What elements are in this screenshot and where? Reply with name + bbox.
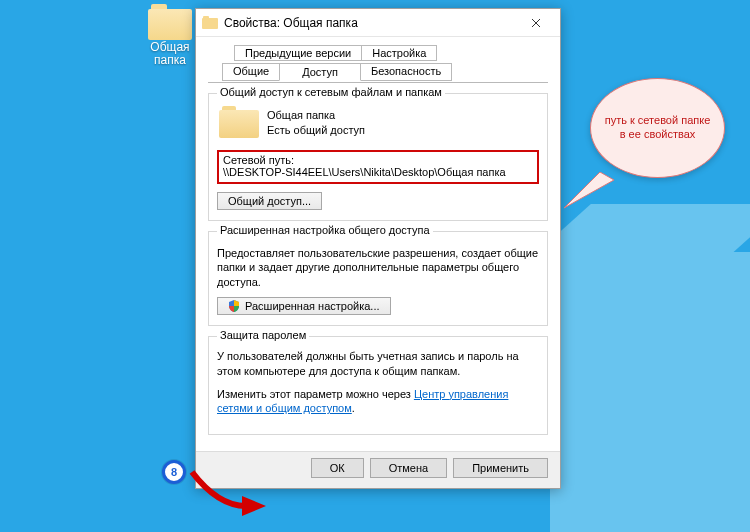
apply-button[interactable]: Применить	[453, 458, 548, 478]
arrow-annotation	[188, 466, 268, 518]
network-path-highlight: Сетевой путь: \\DESKTOP-SI44EEL\Users\Ni…	[217, 150, 539, 184]
advanced-description: Предоставляет пользовательские разрешени…	[217, 246, 539, 289]
advanced-sharing-button[interactable]: Расширенная настройка...	[217, 297, 391, 315]
folder-icon	[202, 15, 218, 31]
svg-marker-0	[564, 172, 614, 208]
properties-dialog: Свойства: Общая папка Предыдущие версии …	[195, 8, 561, 489]
uac-shield-icon	[228, 300, 240, 312]
group-legend: Защита паролем	[217, 329, 309, 341]
arrow-right-icon	[188, 466, 268, 518]
desktop-icon-label: Общая папка	[138, 41, 202, 67]
share-button[interactable]: Общий доступ...	[217, 192, 322, 210]
dialog-title: Свойства: Общая папка	[224, 16, 358, 30]
group-advanced-sharing: Расширенная настройка общего доступа Пре…	[208, 231, 548, 326]
group-legend: Общий доступ к сетевым файлам и папкам	[217, 86, 445, 98]
tab-strip: Предыдущие версии Настройка Общие Доступ…	[208, 45, 548, 83]
folder-icon	[148, 4, 192, 40]
close-icon	[531, 18, 541, 28]
titlebar[interactable]: Свойства: Общая папка	[196, 9, 560, 37]
desktop-folder-shortcut[interactable]: Общая папка	[138, 4, 202, 67]
password-protection-text: У пользователей должны быть учетная запи…	[217, 349, 539, 379]
ok-button[interactable]: ОК	[311, 458, 364, 478]
desktop-bg-shape	[550, 252, 750, 532]
group-network-sharing: Общий доступ к сетевым файлам и папкам О…	[208, 93, 548, 221]
tab-customize[interactable]: Настройка	[361, 45, 437, 61]
close-button[interactable]	[516, 9, 556, 37]
network-path-label: Сетевой путь:	[223, 154, 533, 166]
group-legend: Расширенная настройка общего доступа	[217, 224, 433, 236]
tab-sharing[interactable]: Доступ	[279, 63, 361, 81]
annotation-callout: путь к сетевой папке в ее свойствах	[590, 78, 725, 178]
tab-general[interactable]: Общие	[222, 63, 280, 81]
network-path-value: \\DESKTOP-SI44EEL\Users\Nikita\Desktop\О…	[223, 166, 533, 178]
step-badge: 8	[162, 460, 186, 484]
group-password-protection: Защита паролем У пользователей должны бы…	[208, 336, 548, 435]
share-status: Есть общий доступ	[267, 123, 365, 138]
cancel-button[interactable]: Отмена	[370, 458, 447, 478]
share-name: Общая папка	[267, 108, 365, 123]
folder-icon	[219, 106, 259, 140]
password-change-text: Изменить этот параметр можно через Центр…	[217, 387, 539, 417]
tab-previous-versions[interactable]: Предыдущие версии	[234, 45, 362, 61]
tab-security[interactable]: Безопасность	[360, 63, 452, 81]
svg-marker-1	[242, 496, 266, 516]
